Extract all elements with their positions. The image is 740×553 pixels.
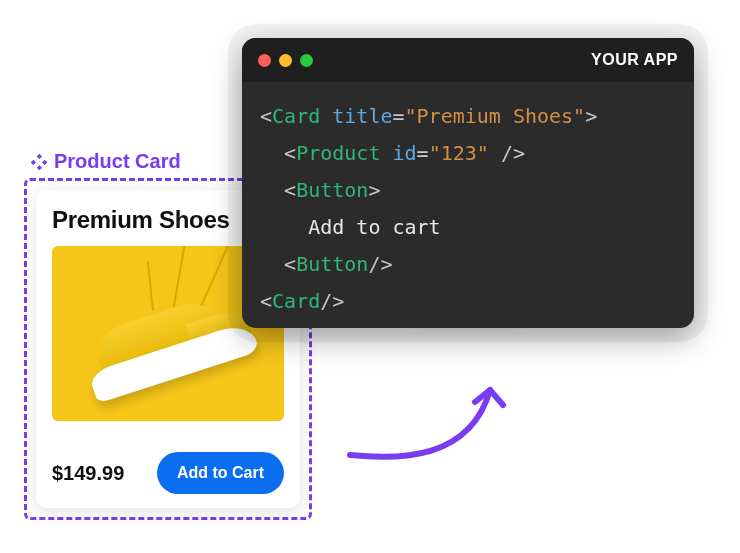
minimize-icon[interactable] <box>279 54 292 67</box>
code-body: <Card title="Premium Shoes"> <Product id… <box>242 82 694 328</box>
component-annotation-label: Product Card <box>54 150 181 173</box>
window-controls <box>258 54 313 67</box>
svg-rect-0 <box>37 153 42 158</box>
code-line-5: <Button/> <box>260 252 392 276</box>
sneaker-illustration <box>76 284 259 403</box>
svg-rect-3 <box>42 159 47 164</box>
product-footer: $149.99 Add to Cart <box>52 438 284 494</box>
add-to-cart-button[interactable]: Add to Cart <box>157 452 284 494</box>
code-line-6: <Card/> <box>260 289 344 313</box>
arrow-icon <box>340 360 540 490</box>
code-line-2: <Product id="123" /> <box>260 141 525 165</box>
code-window: YOUR APP <Card title="Premium Shoes"> <P… <box>242 38 694 328</box>
code-line-3: <Button> <box>260 178 380 202</box>
code-line-1: <Card title="Premium Shoes"> <box>260 104 597 128</box>
svg-rect-2 <box>31 159 36 164</box>
zoom-icon[interactable] <box>300 54 313 67</box>
component-diamond-icon <box>30 153 48 171</box>
product-price: $149.99 <box>52 462 124 485</box>
component-annotation: Product Card <box>30 150 181 173</box>
code-titlebar: YOUR APP <box>242 38 694 82</box>
close-icon[interactable] <box>258 54 271 67</box>
svg-rect-1 <box>37 164 42 169</box>
app-label: YOUR APP <box>591 51 678 69</box>
code-line-4: Add to cart <box>260 215 441 239</box>
